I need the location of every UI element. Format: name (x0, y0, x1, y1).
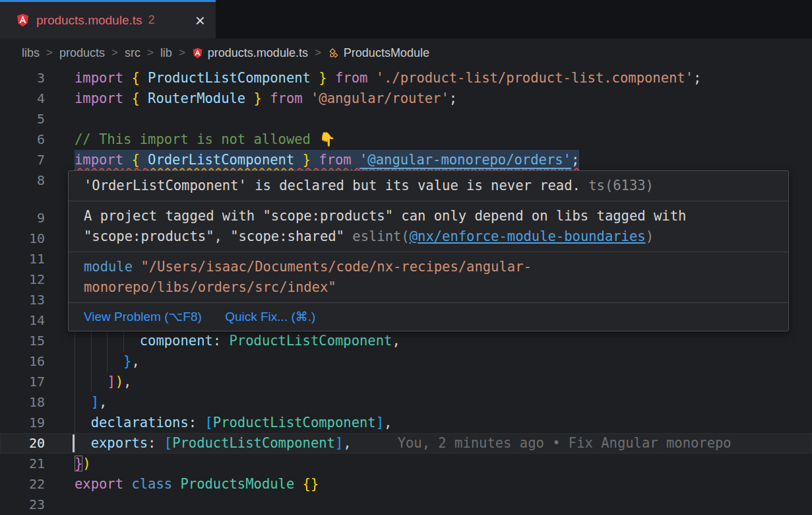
code-line-4[interactable]: import { RouterModule } from '@angular/r… (0, 88, 812, 109)
module-keyword: module (84, 259, 133, 275)
line-content: import { OrderListComponent } from '@ang… (75, 150, 579, 170)
code-editor: 34567891011121314151617181920212223 impo… (0, 0, 812, 515)
line-content: exports: [ProductListComponent],You, 2 m… (75, 433, 732, 454)
diagnostic-ts: 'OrderListComponent' is declared but its… (69, 171, 788, 201)
line-content: import { RouterModule } from '@angular/r… (75, 88, 457, 109)
line-content: // This import is not allowed 👇 (75, 129, 336, 150)
hover-popup: 'OrderListComponent' is declared but its… (68, 170, 789, 331)
hover-actions: View Problem (⌥F8) Quick Fix... (⌘.) (69, 303, 788, 331)
view-problem-action[interactable]: View Problem (⌥F8) (84, 310, 202, 324)
line-content: export class ProductsModule {} (75, 474, 319, 495)
code-line-18[interactable]: ], (0, 392, 812, 413)
line-content: }) (75, 454, 91, 474)
diagnostic-ts-source: ts(6133) (588, 178, 654, 193)
line-content: component: ProductListComponent, (75, 331, 400, 351)
line-content: declarations: [ProductListComponent], (75, 413, 392, 433)
code-line-3[interactable]: import { ProductListComponent } from './… (0, 68, 812, 88)
eslint-rule-link[interactable]: @nx/enforce-module-boundaries (410, 228, 646, 244)
code-line-15[interactable]: component: ProductListComponent, (0, 331, 812, 351)
diagnostic-eslint-line2: "scope:products", "scope:shared" eslint(… (84, 226, 773, 247)
code-line-22[interactable]: export class ProductsModule {} (0, 474, 812, 495)
code-line-23[interactable] (0, 495, 812, 515)
line-content: }, (75, 351, 140, 372)
text-cursor (73, 434, 75, 452)
code-line-19[interactable]: declarations: [ProductListComponent], (0, 413, 812, 433)
module-info: module "/Users/isaac/Documents/code/nx-r… (69, 252, 788, 303)
code-line-5[interactable] (0, 109, 812, 129)
code-line-20[interactable]: exports: [ProductListComponent],You, 2 m… (0, 433, 812, 454)
code-line-21[interactable]: }) (0, 454, 812, 474)
diagnostic-eslint-line1: A project tagged with "scope:products" c… (84, 206, 773, 226)
diagnostic-eslint: A project tagged with "scope:products" c… (69, 201, 788, 252)
code-line-6[interactable]: // This import is not allowed 👇 (0, 129, 812, 150)
code-line-16[interactable]: }, (0, 351, 812, 372)
line-content: ], (75, 392, 107, 413)
line-content: ]), (75, 372, 131, 392)
quick-fix-action[interactable]: Quick Fix... (⌘.) (225, 310, 315, 324)
git-blame-annotation: You, 2 minutes ago • Fix Angular monorep… (352, 435, 732, 451)
diagnostic-ts-message: 'OrderListComponent' is declared but its… (84, 178, 580, 193)
line-content: import { ProductListComponent } from './… (75, 68, 701, 88)
code-line-7[interactable]: import { OrderListComponent } from '@ang… (0, 150, 812, 170)
code-line-17[interactable]: ]), (0, 372, 812, 392)
